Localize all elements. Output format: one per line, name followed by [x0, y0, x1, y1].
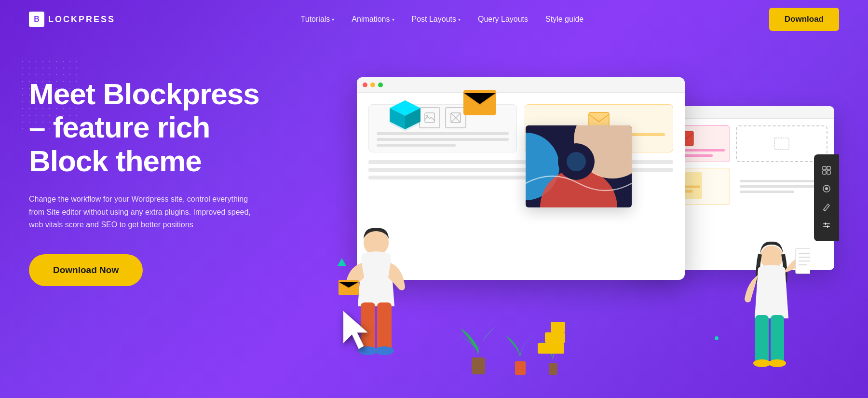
nav-item-animations[interactable]: Animations ▾ [352, 15, 394, 24]
svg-rect-28 [774, 138, 789, 150]
svg-rect-12 [823, 171, 826, 174]
floating-envelope [463, 89, 497, 118]
svg-rect-40 [515, 361, 526, 375]
svg-rect-19 [827, 225, 828, 228]
nav-download-button[interactable]: Download [769, 8, 839, 31]
hero-description: Change the workflow for your Wordpress s… [29, 193, 251, 231]
svg-point-15 [825, 187, 828, 190]
cursor-decoration [338, 309, 376, 355]
person-right-illustration [733, 239, 810, 388]
nav-links: Tutorials ▾ Animations ▾ Post Layouts ▾ … [301, 15, 584, 24]
svg-point-21 [426, 115, 428, 117]
3d-cube-decoration [386, 96, 424, 135]
svg-rect-39 [472, 357, 485, 374]
nav-item-style-guide[interactable]: Style guide [545, 15, 583, 24]
svg-rect-46 [755, 315, 769, 363]
browser-bar [357, 77, 685, 93]
svg-rect-17 [823, 226, 830, 227]
toolbar-move-icon [821, 165, 832, 176]
nav-item-tutorials[interactable]: Tutorials ▾ [301, 15, 335, 24]
logo-link[interactable]: B LOCKPRESS [29, 12, 115, 27]
navbar: B LOCKPRESS Tutorials ▾ Animations ▾ Pos… [0, 0, 868, 39]
toolbar-settings-icon [821, 220, 832, 231]
svg-point-37 [375, 346, 394, 355]
chevron-down-icon: ▾ [332, 17, 334, 22]
svg-rect-10 [823, 166, 826, 170]
toolbar-circle-icon [821, 183, 832, 194]
logo-text: LOCKPRESS [48, 14, 115, 25]
svg-point-49 [769, 359, 786, 367]
svg-rect-16 [823, 223, 830, 224]
abstract-art-decoration [526, 125, 632, 207]
svg-rect-47 [771, 315, 784, 363]
browser-minimize-dot [370, 82, 375, 87]
hero-section: Meet Blockpress – feature rich Block the… [0, 39, 868, 398]
chevron-down-icon: ▾ [392, 17, 394, 22]
logo-icon: B [29, 12, 44, 27]
svg-rect-44 [551, 322, 565, 332]
svg-rect-35 [377, 302, 392, 351]
svg-rect-18 [825, 222, 826, 225]
nav-item-query-layouts[interactable]: Query Layouts [478, 15, 528, 24]
person-left-illustration [338, 224, 415, 379]
browser-maximize-dot [378, 82, 383, 87]
hero-content: Meet Blockpress – feature rich Block the… [29, 68, 299, 286]
accent-dot-teal-2 [715, 336, 719, 340]
nav-item-post-layouts[interactable]: Post Layouts ▾ [412, 15, 461, 24]
svg-point-9 [567, 152, 586, 171]
svg-marker-55 [343, 311, 367, 349]
svg-rect-41 [549, 363, 557, 375]
svg-rect-42 [538, 343, 564, 354]
chevron-down-icon: ▾ [458, 17, 461, 22]
browser-close-dot [363, 82, 367, 87]
hero-illustration [299, 68, 839, 398]
hero-title: Meet Blockpress – feature rich Block the… [29, 77, 299, 178]
svg-rect-43 [545, 332, 565, 343]
plants-decoration [444, 280, 579, 379]
hero-download-button[interactable]: Download Now [29, 254, 143, 286]
svg-rect-13 [827, 171, 830, 174]
svg-rect-11 [827, 166, 830, 170]
toolbar-pen-icon [821, 202, 832, 212]
svg-point-48 [753, 359, 771, 367]
wp-toolbar-decoration [814, 154, 839, 241]
